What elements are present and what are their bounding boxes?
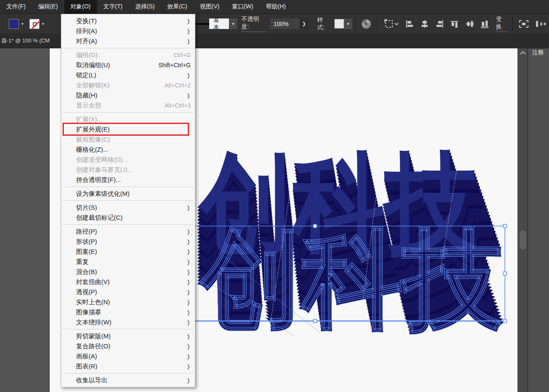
- object-menu-item[interactable]: 实时上色(N)❯: [61, 297, 195, 307]
- menu-item-label: 复合路径(O): [76, 342, 186, 350]
- menubar-item[interactable]: 效果(C): [161, 0, 193, 13]
- object-menu-item[interactable]: 图案(E)❯: [61, 247, 195, 257]
- opacity-value-field[interactable]: 100%: [270, 18, 299, 29]
- submenu-arrow-icon: ❯: [187, 205, 190, 211]
- style-label: 样式:: [317, 16, 330, 32]
- object-menu-item[interactable]: 封套扭曲(V)❯: [61, 277, 195, 287]
- object-menu-item[interactable]: 图像描摹❯: [61, 307, 195, 317]
- object-menu-item[interactable]: 复合路径(O)❯: [61, 341, 195, 351]
- menu-item-label: 编组(G): [76, 51, 173, 59]
- document-setup-icon[interactable]: [380, 17, 402, 31]
- menu-item-label: 全部解锁(K): [76, 82, 165, 89]
- object-menu-item[interactable]: 混合(B)❯: [61, 267, 195, 277]
- object-menu-item[interactable]: 创建裁切标记(C): [61, 213, 195, 223]
- menu-item-label: 设为像素级优化(M): [76, 190, 191, 198]
- object-menu-item[interactable]: 拼合透明度(F)...: [61, 175, 195, 185]
- menu-shortcut: Alt+Ctrl+3: [165, 102, 191, 109]
- menu-separator: [63, 224, 194, 225]
- opacity-spinner-button[interactable]: ❯: [299, 18, 308, 29]
- chevron-down-icon[interactable]: ▾: [39, 21, 47, 26]
- distribute-spacing-icon[interactable]: [532, 17, 549, 31]
- menubar-item[interactable]: 编辑(E): [32, 0, 64, 13]
- menu-item-label: 裁剪图像(C): [76, 136, 191, 144]
- object-menu-item[interactable]: 画板(A)❯: [61, 351, 195, 361]
- menubar-item[interactable]: 文件(F): [0, 0, 32, 13]
- align-vertical-center-icon[interactable]: [462, 17, 478, 31]
- vertical-scrollbar[interactable]: [517, 48, 528, 392]
- style-swatch[interactable]: [334, 19, 344, 29]
- align-left-icon[interactable]: [402, 17, 417, 31]
- document-tab[interactable]: 题-1* @ 100 % (CM: [0, 37, 50, 45]
- scrollbar-thumb[interactable]: [520, 230, 526, 250]
- menu-item-label: 画板(A): [76, 353, 186, 360]
- object-menu-item[interactable]: 扩展外观(E): [61, 124, 195, 134]
- menu-bar: 文件(F)编辑(E)对象(O)文字(T)选择(S)效果(C)视图(V)窗口(W)…: [0, 0, 549, 14]
- menubar-item[interactable]: 窗口(W): [226, 0, 260, 13]
- object-menu-item[interactable]: 图表(R)❯: [61, 361, 195, 371]
- align-horizontal-center-icon[interactable]: [417, 17, 432, 31]
- submenu-arrow-icon: ❯: [187, 72, 190, 79]
- menu-item-label: 文本绕排(W): [76, 318, 186, 326]
- submenu-arrow-icon: ❯: [187, 353, 190, 360]
- object-menu-item[interactable]: 变换(T)❯: [61, 16, 195, 26]
- object-menu-item[interactable]: 切片(S)❯: [61, 203, 195, 213]
- menubar-item[interactable]: 选择(S): [129, 0, 161, 13]
- menu-item-label: 显示全部: [76, 102, 165, 110]
- comments-panel: 注释: [528, 41, 549, 392]
- menubar-item[interactable]: 文字(T): [97, 0, 129, 13]
- object-menu-item[interactable]: 重复❯: [61, 257, 195, 267]
- object-menu-item[interactable]: 设为像素级优化(M): [61, 189, 195, 199]
- menu-item-label: 创建渐变网格(D)...: [76, 156, 191, 164]
- menu-item-label: 创建裁切标记(C): [76, 214, 191, 222]
- chevron-down-icon[interactable]: ▾: [229, 18, 237, 29]
- recolor-artwork-icon[interactable]: [358, 17, 375, 31]
- object-menu-item[interactable]: 栅格化(Z)...: [61, 145, 195, 155]
- object-menu-item[interactable]: 路径(P)❯: [61, 226, 195, 237]
- submenu-arrow-icon: ❯: [187, 279, 190, 285]
- object-menu-item[interactable]: 透视(P)❯: [61, 287, 195, 297]
- submenu-arrow-icon: ❯: [187, 259, 190, 265]
- object-menu-item[interactable]: 取消编组(U)Shift+Ctrl+G: [61, 60, 195, 70]
- transform-panel-link[interactable]: 变换: [496, 16, 507, 32]
- submenu-arrow-icon: ❯: [187, 343, 190, 350]
- object-menu-item: 裁剪图像(C): [61, 134, 195, 145]
- brush-definition-button[interactable]: 基本: [209, 18, 229, 29]
- menu-separator: [63, 373, 194, 374]
- menu-item-label: 图像描摹: [76, 308, 186, 316]
- opacity-label[interactable]: 不透明度:: [242, 16, 266, 32]
- chevron-down-icon[interactable]: ▾: [19, 21, 26, 26]
- menu-item-label: 栅格化(Z)...: [76, 146, 191, 154]
- submenu-arrow-icon: ❯: [187, 38, 190, 45]
- scroll-up-icon[interactable]: [520, 51, 526, 55]
- align-top-icon[interactable]: [447, 17, 462, 31]
- object-menu-item[interactable]: 剪切蒙版(M)❯: [61, 331, 195, 341]
- object-menu-item[interactable]: 锁定(L)❯: [61, 70, 195, 80]
- menu-item-label: 路径(P): [76, 228, 186, 236]
- menu-item-label: 形状(P): [76, 238, 186, 246]
- menu-item-label: 扩展外观(E): [76, 126, 191, 134]
- object-menu-item: 全部解锁(K)Alt+Ctrl+2: [61, 80, 195, 90]
- menubar-item[interactable]: 对象(O): [64, 0, 97, 13]
- object-menu-item[interactable]: 文本绕排(W)❯: [61, 317, 195, 327]
- object-menu-item[interactable]: 排列(A)❯: [61, 26, 195, 36]
- object-menu-item[interactable]: 隐藏(H)❯: [61, 90, 195, 100]
- align-bottom-icon[interactable]: [478, 17, 493, 31]
- menu-separator: [63, 329, 194, 329]
- object-menu-item[interactable]: 形状(P)❯: [61, 237, 195, 247]
- menubar-item[interactable]: 视图(V): [194, 0, 226, 13]
- menu-separator: [63, 48, 194, 48]
- chevron-down-icon[interactable]: ▾: [344, 18, 352, 29]
- distribute-objects-icon[interactable]: [515, 17, 532, 31]
- submenu-arrow-icon: ❯: [187, 269, 190, 275]
- object-menu-item: 扩展(X)...: [61, 114, 195, 124]
- object-menu-item[interactable]: 收集以导出❯: [61, 375, 195, 385]
- stroke-none-swatch[interactable]: [29, 19, 39, 29]
- menubar-item[interactable]: 帮助(H): [260, 0, 292, 13]
- submenu-arrow-icon: ❯: [187, 229, 190, 235]
- menu-item-label: 拼合透明度(F)...: [76, 176, 191, 184]
- menu-item-label: 重复: [76, 258, 186, 266]
- object-menu-item[interactable]: 对齐(A)❯: [61, 36, 195, 46]
- object-menu-item: 显示全部Alt+Ctrl+3: [61, 100, 195, 110]
- align-right-icon[interactable]: [432, 17, 447, 31]
- fill-color-swatch[interactable]: [9, 19, 19, 29]
